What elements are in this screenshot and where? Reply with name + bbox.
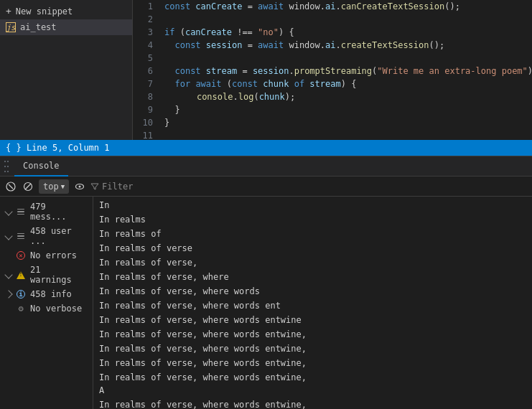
line-num-2: 2	[133, 13, 162, 26]
line-num-7: 7	[133, 77, 162, 90]
line-content-2	[162, 13, 532, 26]
expand-arrow-icon	[4, 207, 12, 215]
sidebar-item-info[interactable]: i 458 info	[0, 287, 93, 301]
new-snippet-label: New snippet	[16, 6, 73, 17]
file-item[interactable]: js ai_test	[0, 19, 132, 35]
context-label: top	[43, 182, 59, 192]
output-line: In realms of verse, where words entwine,	[93, 356, 532, 370]
messages-icon	[16, 207, 26, 217]
sidebar-item-verbose[interactable]: ⚙ No verbose	[0, 301, 93, 316]
svg-line-1	[9, 184, 13, 189]
line-content-5	[162, 52, 532, 65]
eye-icon	[75, 182, 85, 192]
curly-brace-icon: { }	[6, 143, 22, 153]
output-line: In realms of verse	[93, 241, 532, 255]
console-tab[interactable]: Console	[14, 156, 68, 177]
gear-symbol: ⚙	[18, 304, 23, 314]
new-snippet-button[interactable]: + New snippet	[0, 3, 132, 19]
output-line: In realms of verse, where words entwine,	[93, 327, 532, 342]
line-num-1: 1	[133, 0, 162, 13]
code-line-4: 4 const session = await window.ai.create…	[133, 39, 532, 52]
code-line-7: 7 for await (const chunk of stream) {	[133, 77, 532, 90]
warnings-count: 21 warnings	[30, 265, 87, 285]
output-line: In realms of verse, where words ent	[93, 298, 532, 313]
editor-panel: + New snippet js ai_test 1 const canCrea…	[0, 0, 532, 140]
line-content-4: const session = await window.ai.createTe…	[162, 39, 532, 52]
sidebar-item-user[interactable]: 458 user ...	[0, 224, 93, 248]
code-editor[interactable]: 1 const canCreate = await window.ai.canC…	[133, 0, 532, 140]
filter-label: Filter	[102, 182, 133, 192]
output-line: In realms of verse, where words entwine	[93, 313, 532, 327]
line-content-1: const canCreate = await window.ai.canCre…	[162, 0, 532, 13]
user-icon	[16, 231, 26, 241]
info-circle-icon: i	[17, 290, 25, 298]
code-line-9: 9 }	[133, 103, 532, 116]
sidebar-item-errors[interactable]: ✕ No errors	[0, 248, 93, 263]
line-num-8: 8	[133, 90, 162, 103]
gear-icon: ⚙	[16, 304, 26, 314]
messages-count: 479 mess...	[30, 202, 87, 222]
code-line-5: 5	[133, 52, 532, 65]
bottom-panel: Console top ▼	[0, 156, 532, 409]
line-content-7: for await (const chunk of stream) {	[162, 77, 532, 90]
sidebar: + New snippet js ai_test	[0, 0, 133, 140]
file-icon: js	[6, 22, 16, 32]
output-line: In realms of verse, where words entwine,…	[93, 398, 532, 409]
line-content-6: const stream = session.promptStreaming("…	[162, 65, 532, 77]
user-count: 458 user ...	[30, 226, 87, 246]
status-bar: { } Line 5, Column 1	[0, 140, 532, 156]
output-line: In realms of verse, where words	[93, 284, 532, 298]
code-line-1: 1 const canCreate = await window.ai.canC…	[133, 0, 532, 13]
output-line: In realms of verse, where	[93, 270, 532, 284]
svg-point-5	[79, 185, 81, 187]
output-line: In realms of verse, where words entwine,…	[93, 370, 532, 398]
sidebar-item-messages[interactable]: 479 mess...	[0, 199, 93, 224]
sidebar-item-warnings[interactable]: 21 warnings	[0, 263, 93, 287]
clear-console-button[interactable]	[4, 180, 17, 193]
ban-icon	[23, 182, 33, 192]
console-tab-label: Console	[23, 161, 60, 171]
cursor-position: Line 5, Column 1	[27, 143, 110, 153]
ban-icon-button[interactable]	[22, 180, 34, 193]
plus-icon: +	[6, 6, 11, 17]
warning-triangle-icon	[17, 271, 25, 279]
dropdown-arrow-icon: ▼	[61, 183, 65, 190]
code-line-11: 11	[133, 129, 532, 140]
line-content-11	[162, 129, 532, 140]
line-num-5: 5	[133, 52, 162, 65]
code-line-6: 6 const stream = session.promptStreaming…	[133, 65, 532, 77]
console-body: 479 mess... 458 user ... ✕ No errors	[0, 197, 532, 409]
file-name: ai_test	[20, 22, 57, 32]
context-dropdown[interactable]: top ▼	[39, 179, 69, 194]
line-num-10: 10	[133, 116, 162, 129]
expand-arrow-icon	[4, 271, 12, 278]
output-line: In realms	[93, 212, 532, 227]
svg-line-3	[25, 184, 31, 189]
line-num-6: 6	[133, 65, 162, 77]
line-content-8: console.log(chunk);	[162, 90, 532, 103]
expand-arrow-icon	[4, 290, 12, 298]
error-circle-icon: ✕	[17, 251, 25, 260]
line-content-9: }	[162, 103, 532, 116]
line-content-3: if (canCreate !== "no") {	[162, 26, 532, 39]
eye-button[interactable]	[73, 180, 86, 193]
error-icon: ✕	[16, 250, 26, 260]
expand-arrow-icon	[4, 232, 12, 240]
info-icon: i	[16, 289, 26, 299]
code-line-10: 10 }	[133, 116, 532, 129]
code-line-2: 2	[133, 13, 532, 26]
info-count: 458 info	[30, 289, 72, 299]
line-num-3: 3	[133, 26, 162, 39]
console-sidebar: 479 mess... 458 user ... ✕ No errors	[0, 197, 93, 409]
code-line-3: 3 if (canCreate !== "no") {	[133, 26, 532, 39]
drag-handle[interactable]	[4, 161, 10, 172]
line-num-4: 4	[133, 39, 162, 52]
line-content-10: }	[162, 116, 532, 129]
clear-icon	[6, 182, 16, 192]
warning-icon	[16, 270, 26, 280]
console-tabs: Console	[0, 156, 532, 177]
verbose-label: No verbose	[30, 304, 82, 314]
line-num-11: 11	[133, 129, 162, 140]
console-output[interactable]: In In realms In realms of In realms of v…	[93, 197, 532, 409]
code-lines: 1 const canCreate = await window.ai.canC…	[133, 0, 532, 140]
